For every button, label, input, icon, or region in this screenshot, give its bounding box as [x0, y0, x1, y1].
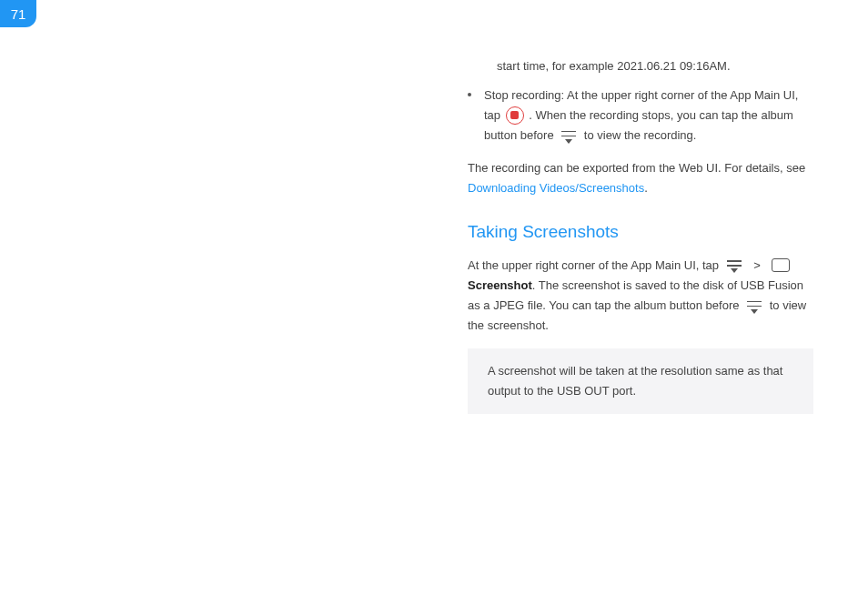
album-menu-icon — [725, 258, 743, 271]
screenshot-paragraph: At the upper right corner of the App Mai… — [468, 256, 813, 336]
document-content: start time, for example 2021.06.21 09:16… — [468, 56, 813, 414]
continuation-line: start time, for example 2021.06.21 09:16… — [497, 56, 813, 76]
downloading-link[interactable]: Downloading Videos/Screenshots — [468, 181, 644, 195]
bullet-text-c: to view the recording. — [584, 128, 697, 142]
album-menu-icon — [560, 129, 578, 142]
export-text-b: . — [644, 181, 648, 195]
breadcrumb-separator: > — [753, 258, 761, 272]
export-paragraph: The recording can be exported from the W… — [468, 158, 813, 198]
stop-record-icon — [506, 106, 524, 125]
section-heading-taking-screenshots: Taking Screenshots — [468, 217, 813, 247]
note-box: A screenshot will be taken at the resolu… — [468, 348, 813, 414]
page-number-badge: 71 — [0, 0, 36, 27]
bullet-stop-recording: Stop recording: At the upper right corne… — [468, 86, 813, 146]
screenshot-rect-icon — [772, 258, 790, 272]
bullet-dot-icon — [468, 93, 471, 96]
note-text: A screenshot will be taken at the resolu… — [488, 364, 782, 398]
screenshot-label: Screenshot — [468, 278, 532, 292]
album-menu-icon — [745, 299, 763, 312]
export-text-a: The recording can be exported from the W… — [468, 161, 805, 175]
ss-text-a: At the upper right corner of the App Mai… — [468, 258, 722, 272]
